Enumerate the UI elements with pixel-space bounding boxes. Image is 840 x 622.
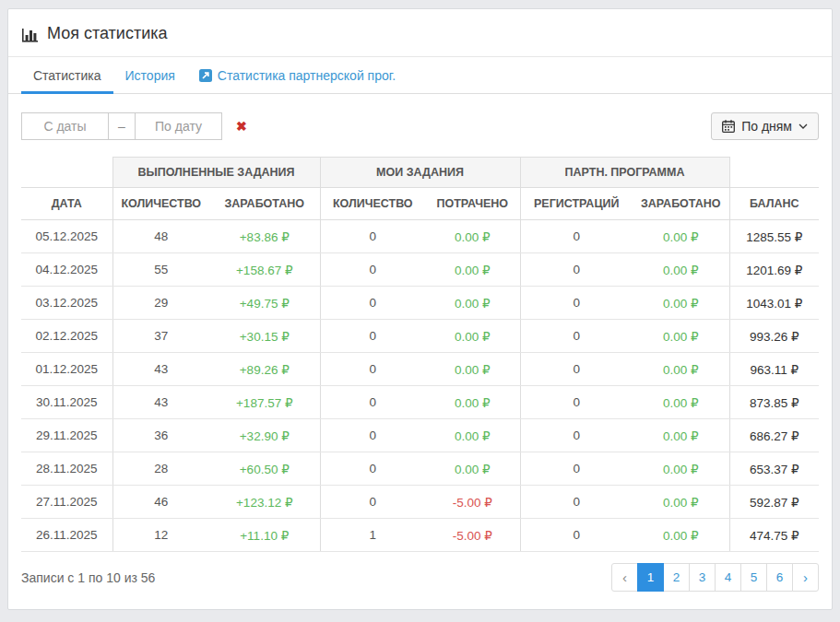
cell-date: 29.11.2025 [21, 419, 112, 452]
cell-ref-regs: 0 [520, 253, 633, 287]
tab-bar: Статистика История Статистика партнерско… [8, 57, 832, 94]
calendar-icon [722, 120, 735, 133]
table-row: 29.11.2025 36 +32.90 ₽ 0 0.00 ₽ 0 0.00 ₽… [21, 419, 819, 452]
cell-my-count: 0 [320, 486, 425, 519]
cell-done-earned: +83.86 ₽ [209, 220, 320, 253]
cell-balance: 873.85 ₽ [729, 386, 819, 419]
cell-ref-regs: 0 [520, 519, 633, 552]
cell-my-spent: -5.00 ₽ [425, 519, 520, 552]
cell-ref-earned: 0.00 ₽ [633, 353, 729, 386]
pagination-pages: 123456 [638, 563, 793, 592]
period-dropdown[interactable]: По дням [711, 112, 819, 140]
page-button-4[interactable]: 4 [715, 563, 741, 592]
table-row: 05.12.2025 48 +83.86 ₽ 0 0.00 ₽ 0 0.00 ₽… [21, 220, 819, 253]
table-row: 30.11.2025 43 +187.57 ₽ 0 0.00 ₽ 0 0.00 … [21, 386, 819, 419]
date-range-separator: – [109, 112, 135, 140]
group-my-tasks: МОИ ЗАДАНИЯ [320, 158, 520, 188]
pagination: ‹ 123456 › [611, 563, 819, 592]
cell-done-count: 46 [112, 486, 209, 519]
cell-done-count: 43 [112, 386, 209, 419]
cell-balance: 963.11 ₽ [729, 353, 819, 386]
cell-ref-earned: 0.00 ₽ [633, 253, 729, 287]
bar-chart-icon [22, 28, 39, 42]
col-date: ДАТА [21, 188, 112, 220]
cell-date: 27.11.2025 [21, 486, 112, 519]
table-row: 03.12.2025 29 +49.75 ₽ 0 0.00 ₽ 0 0.00 ₽… [21, 287, 819, 320]
date-range-group: – ✖ [21, 112, 247, 140]
cell-date: 05.12.2025 [21, 220, 112, 253]
cell-balance: 474.75 ₽ [729, 519, 819, 552]
cell-ref-regs: 0 [520, 220, 633, 253]
cell-my-spent: 0.00 ₽ [425, 452, 520, 486]
cell-my-count: 0 [320, 253, 425, 287]
cell-my-count: 0 [320, 287, 425, 320]
cell-done-earned: +123.12 ₽ [209, 486, 320, 519]
external-link-icon [199, 69, 212, 82]
table-row: 01.12.2025 43 +89.26 ₽ 0 0.00 ₽ 0 0.00 ₽… [21, 353, 819, 386]
cell-balance: 1201.69 ₽ [729, 253, 819, 287]
group-partner-program: ПАРТН. ПРОГРАММА [520, 158, 729, 188]
page-button-1[interactable]: 1 [637, 563, 664, 592]
cell-done-earned: +30.15 ₽ [209, 320, 320, 353]
cell-ref-earned: 0.00 ₽ [633, 419, 729, 452]
cell-ref-earned: 0.00 ₽ [633, 519, 729, 552]
cell-done-earned: +89.26 ₽ [209, 353, 320, 386]
cell-date: 01.12.2025 [21, 353, 112, 386]
tab-history[interactable]: История [113, 57, 187, 94]
cell-my-spent: 0.00 ₽ [425, 253, 520, 287]
statistics-card: Моя статистика Статистика История Статис… [7, 8, 833, 610]
col-my-count: КОЛИЧЕСТВО [320, 188, 425, 220]
statistics-table: ВЫПОЛНЕННЫЕ ЗАДАНИЯ МОИ ЗАДАНИЯ ПАРТН. П… [21, 157, 819, 552]
period-dropdown-label: По дням [741, 119, 792, 134]
cell-date: 30.11.2025 [21, 386, 112, 419]
cell-done-earned: +49.75 ₽ [209, 287, 320, 320]
table-row: 27.11.2025 46 +123.12 ₽ 0 -5.00 ₽ 0 0.00… [21, 486, 819, 519]
pagination-next-button[interactable]: › [792, 563, 819, 592]
group-completed-tasks: ВЫПОЛНЕННЫЕ ЗАДАНИЯ [112, 158, 320, 188]
cell-done-count: 36 [112, 419, 209, 452]
clear-dates-icon[interactable]: ✖ [236, 120, 247, 133]
table-row: 26.11.2025 12 +11.10 ₽ 1 -5.00 ₽ 0 0.00 … [21, 519, 819, 552]
tab-statistics[interactable]: Статистика [21, 57, 113, 94]
date-to-input[interactable] [135, 112, 222, 140]
cell-ref-regs: 0 [520, 353, 633, 386]
date-from-input[interactable] [21, 112, 109, 140]
col-ref-earned: ЗАРАБОТАНО [633, 188, 729, 220]
pagination-prev-button[interactable]: ‹ [611, 563, 638, 592]
table-row: 02.12.2025 37 +30.15 ₽ 0 0.00 ₽ 0 0.00 ₽… [21, 320, 819, 353]
cell-done-count: 55 [112, 253, 209, 287]
cell-ref-earned: 0.00 ₽ [633, 220, 729, 253]
stats-table-body: 05.12.2025 48 +83.86 ₽ 0 0.00 ₽ 0 0.00 ₽… [21, 220, 819, 552]
page-button-6[interactable]: 6 [766, 563, 793, 592]
cell-ref-earned: 0.00 ₽ [633, 287, 729, 320]
cell-my-spent: 0.00 ₽ [425, 287, 520, 320]
page-button-2[interactable]: 2 [663, 563, 690, 592]
page-button-5[interactable]: 5 [740, 563, 767, 592]
cell-done-count: 48 [112, 220, 209, 253]
tab-statistics-label: Статистика [33, 68, 101, 83]
cell-my-spent: -5.00 ₽ [425, 486, 520, 519]
cell-ref-earned: 0.00 ₽ [633, 452, 729, 486]
table-group-header-row: ВЫПОЛНЕННЫЕ ЗАДАНИЯ МОИ ЗАДАНИЯ ПАРТН. П… [21, 158, 819, 188]
cell-ref-regs: 0 [520, 486, 633, 519]
table-footer: Записи с 1 по 10 из 56 ‹ 123456 › [21, 563, 819, 592]
cell-balance: 592.87 ₽ [729, 486, 819, 519]
cell-ref-earned: 0.00 ₽ [633, 486, 729, 519]
chevron-down-icon [799, 123, 808, 129]
card-title-bar: Моя статистика [8, 9, 832, 57]
records-info: Записи с 1 по 10 из 56 [21, 570, 155, 585]
col-my-spent: ПОТРАЧЕНО [425, 188, 520, 220]
cell-my-spent: 0.00 ₽ [425, 353, 520, 386]
cell-balance: 1043.01 ₽ [729, 287, 819, 320]
tab-partner-statistics[interactable]: Статистика партнерской прог. [187, 57, 408, 94]
cell-date: 03.12.2025 [21, 287, 112, 320]
cell-ref-regs: 0 [520, 287, 633, 320]
cell-my-count: 0 [320, 320, 425, 353]
group-corner-right [729, 158, 819, 188]
cell-balance: 653.37 ₽ [729, 452, 819, 486]
cell-my-spent: 0.00 ₽ [425, 419, 520, 452]
cell-done-count: 37 [112, 320, 209, 353]
cell-done-count: 12 [112, 519, 209, 552]
page-button-3[interactable]: 3 [689, 563, 716, 592]
col-done-count: КОЛИЧЕСТВО [112, 188, 209, 220]
